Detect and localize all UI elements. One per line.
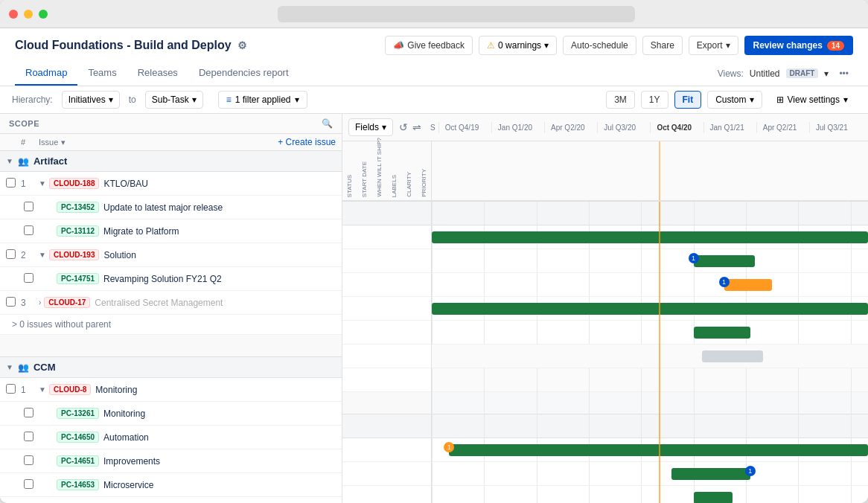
issue-checkbox[interactable] bbox=[24, 225, 33, 235]
minimize-button[interactable] bbox=[24, 10, 33, 19]
issue-row[interactable]: PC-14653 Microservice bbox=[0, 473, 342, 497]
group-header-ccm[interactable]: ▼ 👥 CCM bbox=[0, 357, 342, 378]
scope-header: SCOPE 🔍 bbox=[0, 114, 342, 134]
issue-checkbox[interactable] bbox=[24, 202, 33, 211]
group-toggle-artifact[interactable]: ▼ bbox=[6, 157, 13, 165]
issue-row[interactable]: 1 ▼ CLOUD-188 KTLO/BAU bbox=[0, 172, 342, 196]
issue-row[interactable]: 1 ▼ CLOUD-8 Monitoring bbox=[0, 378, 342, 402]
expand-icon[interactable]: ▼ bbox=[39, 385, 46, 394]
autoschedule-button[interactable]: Auto-schedule bbox=[563, 36, 636, 55]
megaphone-icon: 📣 bbox=[393, 40, 404, 51]
field-row-8 bbox=[342, 438, 431, 462]
export-button[interactable]: Export ▾ bbox=[689, 36, 738, 55]
feedback-button[interactable]: 📣 Give feedback bbox=[385, 36, 473, 55]
group-name-artifact: Artifact bbox=[33, 156, 68, 167]
field-row-4 bbox=[342, 297, 431, 321]
create-issue-button[interactable]: + Create issue bbox=[278, 137, 336, 147]
warning-icon: ⚠ bbox=[487, 40, 495, 51]
project-title-text: Cloud Foundations - Build and Deploy bbox=[15, 39, 232, 52]
app-window: Cloud Foundations - Build and Deploy ⚙ 📣… bbox=[0, 0, 868, 503]
issue-checkbox[interactable] bbox=[24, 432, 33, 441]
gantt-row-pc13261: 1 bbox=[432, 462, 868, 486]
titlebar-search bbox=[278, 6, 635, 22]
hierarchy-from-select[interactable]: Initiatives ▾ bbox=[62, 91, 120, 109]
issue-name: Monitoring bbox=[95, 385, 137, 395]
issue-row[interactable]: PC-14651 Improvements bbox=[0, 449, 342, 473]
issue-checkbox[interactable] bbox=[24, 455, 33, 465]
settings-sliders-icon: ⊞ bbox=[776, 94, 784, 105]
tab-teams[interactable]: Teams bbox=[77, 61, 127, 86]
settings-icon[interactable]: ⚙ bbox=[237, 39, 247, 51]
issue-row[interactable]: 2 ▼ CLOUD-193 Solution bbox=[0, 243, 342, 267]
custom-period-button[interactable]: Custom ▾ bbox=[707, 91, 762, 109]
issue-checkbox[interactable] bbox=[24, 273, 33, 283]
issue-tag-pc14653: PC-14653 bbox=[57, 479, 99, 490]
close-button[interactable] bbox=[9, 10, 18, 19]
hierarchy-to-select[interactable]: Sub-Task ▾ bbox=[145, 91, 203, 109]
issue-checkbox[interactable] bbox=[6, 178, 16, 188]
field-row-1 bbox=[342, 225, 431, 249]
timeline-period-jul21: Jul Q3/21 bbox=[809, 122, 862, 133]
field-labels-row: STATUS START DATE WHEN WILL IT SHIP? LAB… bbox=[342, 141, 868, 201]
group-toggle-ccm[interactable]: ▼ bbox=[6, 363, 13, 371]
issue-checkbox[interactable] bbox=[6, 249, 16, 259]
chevron-down-icon-views: ▾ bbox=[824, 68, 829, 79]
issue-checkbox[interactable] bbox=[24, 479, 33, 489]
field-row-5 bbox=[342, 321, 431, 345]
orphan-row[interactable]: > 0 issues without parent bbox=[0, 315, 342, 335]
nav-tabs: Roadmap Teams Releases Dependencies repo… bbox=[15, 61, 299, 86]
expand-icon[interactable]: ▼ bbox=[39, 251, 46, 259]
issue-name: Solution bbox=[103, 250, 135, 260]
gantt-header: Fields ▾ ↺ ⇌ S Oct Q4/19 Jan Q1/20 Apr Q… bbox=[342, 114, 868, 202]
issue-row[interactable]: PC-13112 Migrate to Platform bbox=[0, 220, 342, 243]
timeline-period-jan20: Jan Q1/20 bbox=[491, 122, 544, 133]
timeline-period-oct19: Oct Q4/19 bbox=[438, 122, 491, 133]
field-row-3 bbox=[342, 273, 431, 297]
to-label: to bbox=[129, 94, 136, 105]
expand-icon[interactable]: ▼ bbox=[39, 179, 46, 188]
header-top: Cloud Foundations - Build and Deploy ⚙ 📣… bbox=[15, 36, 853, 61]
tab-dependencies[interactable]: Dependencies report bbox=[188, 61, 299, 86]
gantt-row-orphan bbox=[432, 368, 868, 392]
period-1y-button[interactable]: 1Y bbox=[641, 91, 668, 109]
issue-checkbox[interactable] bbox=[24, 408, 33, 417]
issue-row[interactable]: PC-13261 Monitoring bbox=[0, 402, 342, 426]
tab-releases[interactable]: Releases bbox=[127, 61, 188, 86]
timeline-period-s: S bbox=[427, 122, 438, 133]
link-icon[interactable]: ⇌ bbox=[412, 121, 421, 133]
period-3m-button[interactable]: 3M bbox=[606, 91, 635, 109]
field-row-2 bbox=[342, 249, 431, 273]
field-row-7 bbox=[342, 368, 431, 392]
toolbar-right: 3M 1Y Fit Custom ▾ ⊞ View settings ▾ bbox=[606, 91, 856, 109]
search-icon[interactable]: 🔍 bbox=[322, 118, 333, 129]
issue-row[interactable]: PC-14751 Revamping Solution FY21 Q2 bbox=[0, 267, 342, 291]
app-header: Cloud Foundations - Build and Deploy ⚙ 📣… bbox=[0, 28, 868, 86]
issue-checkbox[interactable] bbox=[6, 384, 16, 394]
scope-label: SCOPE bbox=[9, 119, 322, 128]
fields-button[interactable]: Fields ▾ bbox=[348, 118, 393, 136]
review-badge: 14 bbox=[827, 41, 844, 51]
issue-number: 1 bbox=[21, 385, 39, 395]
bar-pc14650 bbox=[694, 492, 733, 503]
period-fit-button[interactable]: Fit bbox=[674, 91, 702, 109]
undo-icon[interactable]: ↺ bbox=[399, 121, 408, 133]
issue-name: Monitoring bbox=[103, 409, 145, 419]
warnings-button[interactable]: ⚠ 0 warnings ▾ bbox=[479, 36, 557, 55]
gantt-row-pc14751 bbox=[432, 321, 868, 345]
bar-cloud188 bbox=[432, 231, 868, 243]
nav-right: Views: Untitled DRAFT ▾ ••• bbox=[718, 66, 853, 81]
maximize-button[interactable] bbox=[39, 10, 48, 19]
issue-row[interactable]: PC-13452 Update to latest major release bbox=[0, 196, 342, 220]
view-settings-button[interactable]: ⊞ View settings ▾ bbox=[768, 91, 856, 109]
issue-checkbox[interactable] bbox=[6, 297, 16, 307]
filter-button[interactable]: ≡ 1 filter applied ▾ bbox=[218, 91, 307, 109]
more-options-button[interactable]: ••• bbox=[835, 66, 853, 81]
share-button[interactable]: Share bbox=[642, 36, 683, 55]
tab-roadmap[interactable]: Roadmap bbox=[15, 61, 77, 86]
header-actions: 📣 Give feedback ⚠ 0 warnings ▾ Auto-sche… bbox=[385, 36, 853, 55]
issue-row[interactable]: PC-14655 Sync data bbox=[0, 497, 342, 503]
group-header-artifact[interactable]: ▼ 👥 Artifact bbox=[0, 151, 342, 172]
issue-row[interactable]: 3 › CLOUD-17 Centralised Secret Manageme… bbox=[0, 291, 342, 315]
issue-row[interactable]: PC-14650 Automation bbox=[0, 426, 342, 449]
review-changes-button[interactable]: Review changes 14 bbox=[744, 36, 854, 55]
